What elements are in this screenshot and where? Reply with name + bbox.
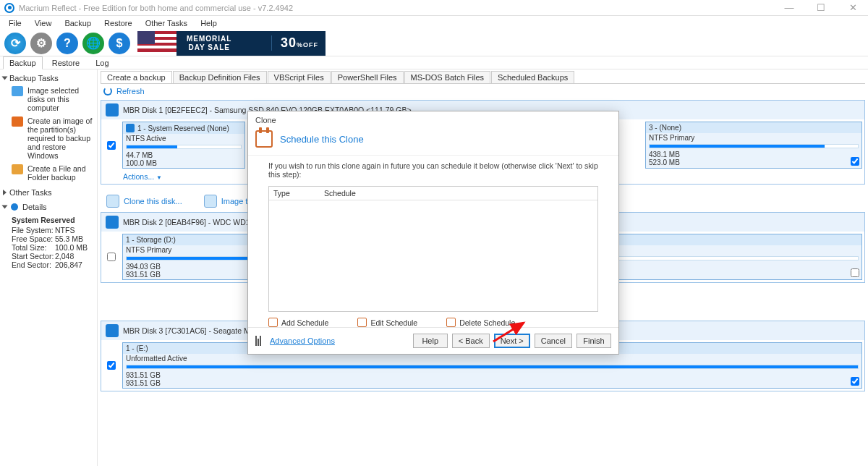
annotation-arrow bbox=[490, 317, 531, 344]
tab-log[interactable]: Log bbox=[89, 56, 115, 69]
minimize-button[interactable]: — bbox=[778, 2, 800, 13]
tool-help-icon[interactable]: ? bbox=[56, 33, 78, 54]
menubar: File View Backup Restore Other Tasks Hel… bbox=[0, 16, 868, 30]
sidebar-group-other-tasks[interactable]: Other Tasks bbox=[1, 187, 95, 198]
sidebar-item-image-windows[interactable]: Create an image of the partition(s) requ… bbox=[1, 114, 95, 162]
window-controls: — ☐ ✕ bbox=[778, 2, 864, 13]
sliders-icon bbox=[255, 336, 265, 346]
dialog-subtext: If you wish to run this clone again in f… bbox=[248, 156, 618, 185]
clone-disk-link[interactable]: Clone this disk... bbox=[106, 195, 182, 208]
sidebar-group-backup-tasks[interactable]: Backup Tasks bbox=[1, 72, 95, 84]
tab-restore[interactable]: Restore bbox=[46, 56, 87, 69]
disk2-checkbox[interactable] bbox=[107, 253, 116, 261]
schedule-grid[interactable]: Type Schedule bbox=[268, 186, 598, 312]
doctab-scheduled[interactable]: Scheduled Backups bbox=[491, 71, 574, 83]
image-icon bbox=[204, 195, 217, 208]
app-icon bbox=[4, 3, 14, 13]
menu-view[interactable]: View bbox=[29, 17, 58, 29]
menu-restore[interactable]: Restore bbox=[98, 17, 138, 29]
disk-icon bbox=[106, 324, 119, 337]
grid-col-type: Type bbox=[269, 187, 320, 200]
monitor-icon bbox=[12, 86, 23, 96]
back-button[interactable]: < Back bbox=[452, 334, 490, 348]
flag-icon bbox=[137, 31, 176, 56]
sidebar: Backup Tasks Image selected disks on thi… bbox=[0, 69, 98, 466]
refresh-link[interactable]: Refresh bbox=[101, 84, 865, 98]
windows-logo-icon bbox=[126, 124, 135, 132]
calendar-icon bbox=[255, 130, 273, 148]
tab-backup[interactable]: Backup bbox=[3, 56, 43, 69]
clone-schedule-dialog: Clone Schedule this Clone If you wish to… bbox=[247, 111, 619, 355]
promo-text: MEMORIALDAY SALE bbox=[187, 35, 231, 52]
edit-schedule-button[interactable]: Edit Schedule bbox=[357, 318, 417, 327]
tool-update-icon[interactable]: 🌐 bbox=[82, 33, 104, 54]
doctab-powershell[interactable]: PowerShell Files bbox=[331, 71, 404, 83]
window-title: Macrium Reflect - Free Edition for both … bbox=[19, 4, 293, 12]
menu-backup[interactable]: Backup bbox=[59, 17, 97, 29]
doctab-msdos[interactable]: MS-DOS Batch Files bbox=[404, 71, 490, 83]
disk3-part1-checkbox[interactable] bbox=[851, 377, 859, 386]
tool-settings-icon[interactable]: ⚙ bbox=[30, 33, 52, 54]
advanced-options-link[interactable]: Advanced Options bbox=[255, 336, 335, 346]
section-tabs: Backup Restore Log bbox=[0, 56, 868, 69]
schedule-buttons: Add Schedule Edit Schedule Delete Schedu… bbox=[248, 313, 618, 327]
doctab-create-backup[interactable]: Create a backup bbox=[101, 71, 172, 83]
disk1-partition-1[interactable]: 1 - System Reserved (None) NTFS Active 4… bbox=[122, 122, 245, 169]
details-panel: System Reserved File System:NTFS Free Sp… bbox=[1, 213, 95, 272]
add-schedule-button[interactable]: Add Schedule bbox=[268, 318, 328, 327]
close-button[interactable]: ✕ bbox=[842, 2, 864, 13]
menu-file[interactable]: File bbox=[3, 17, 27, 29]
clone-icon bbox=[106, 195, 119, 208]
disk1-partition-3[interactable]: 3 - (None) NTFS Primary 438.1 MB523.0 MB bbox=[645, 122, 862, 169]
tool-purchase-icon[interactable]: $ bbox=[109, 33, 130, 54]
sidebar-item-image-selected[interactable]: Image selected disks on this computer bbox=[1, 84, 95, 114]
chevron-down-icon bbox=[2, 77, 8, 80]
chevron-right-icon bbox=[3, 190, 7, 195]
finish-button[interactable]: Finish bbox=[576, 334, 611, 348]
disk1-part3-checkbox[interactable] bbox=[851, 157, 859, 166]
dialog-heading: Schedule this Clone bbox=[280, 134, 364, 145]
promo-banner[interactable]: MEMORIALDAY SALE 30%OFF bbox=[137, 31, 326, 56]
add-icon bbox=[268, 318, 278, 327]
grid-header: Type Schedule bbox=[269, 187, 597, 200]
menu-help[interactable]: Help bbox=[195, 17, 223, 29]
svg-line-0 bbox=[493, 323, 524, 342]
maximize-button[interactable]: ☐ bbox=[810, 2, 832, 13]
sidebar-group-details[interactable]: Details bbox=[1, 201, 95, 213]
disk3-checkbox[interactable] bbox=[107, 361, 116, 370]
sidebar-item-file-folder-backup[interactable]: Create a File and Folder backup bbox=[1, 162, 95, 184]
chevron-down-icon bbox=[2, 206, 8, 209]
refresh-icon bbox=[103, 87, 112, 96]
edit-icon bbox=[357, 318, 367, 327]
disk2-part1-checkbox[interactable] bbox=[851, 268, 859, 277]
tool-backup-icon[interactable]: ⟳ bbox=[4, 33, 26, 54]
menu-other-tasks[interactable]: Other Tasks bbox=[140, 17, 194, 29]
document-tabs: Create a backup Backup Definition Files … bbox=[101, 71, 865, 84]
toolbar: ⟳ ⚙ ? 🌐 $ MEMORIALDAY SALE 30%OFF bbox=[0, 30, 868, 56]
help-button[interactable]: Help bbox=[413, 334, 448, 348]
details-header: System Reserved bbox=[12, 216, 93, 224]
info-icon bbox=[11, 203, 18, 211]
folder-icon bbox=[12, 164, 23, 174]
promo-percent: 30%OFF bbox=[271, 35, 318, 51]
dialog-small-title: Clone bbox=[248, 111, 618, 126]
disk1-checkbox[interactable] bbox=[107, 141, 116, 150]
disk-icon bbox=[106, 103, 119, 116]
delete-icon bbox=[446, 318, 456, 327]
disk-icon bbox=[106, 216, 119, 229]
windows-icon bbox=[12, 116, 23, 127]
doctab-vbscript[interactable]: VBScript Files bbox=[268, 71, 331, 83]
cancel-button[interactable]: Cancel bbox=[535, 334, 572, 348]
titlebar: Macrium Reflect - Free Edition for both … bbox=[0, 0, 868, 16]
grid-col-schedule: Schedule bbox=[320, 187, 360, 200]
doctab-backup-definition[interactable]: Backup Definition Files bbox=[173, 71, 267, 83]
